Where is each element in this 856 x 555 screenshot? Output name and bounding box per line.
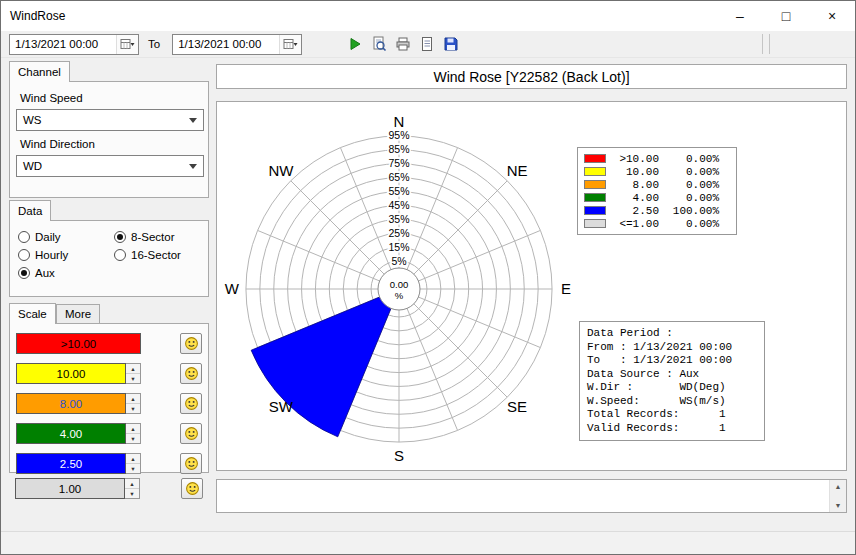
date-from-dropdown-button[interactable] <box>116 35 138 54</box>
wind-speed-select[interactable]: WS <box>16 109 204 131</box>
color-picker-button[interactable] <box>180 453 202 474</box>
scale-value-input[interactable]: 2.50 <box>16 453 126 474</box>
legend-swatch <box>584 206 606 215</box>
data-summary-line: To : 1/13/2021 00:00 <box>587 354 757 368</box>
tab-channel[interactable]: Channel <box>9 61 70 82</box>
scale-value-input[interactable]: 10.00 <box>16 363 126 384</box>
scale-value-input[interactable]: >10.00 <box>16 333 141 354</box>
spinner-up-icon[interactable]: ▲ <box>126 394 140 404</box>
wind-direction-selected-value: WD <box>23 160 42 172</box>
toolbar-separator <box>762 34 763 54</box>
save-button[interactable] <box>440 33 462 55</box>
svg-text:%: % <box>395 290 404 301</box>
data-panel: Daily Hourly Aux 8-Sector 16-Sector <box>9 220 209 297</box>
tab-data[interactable]: Data <box>9 200 51 221</box>
radio-icon <box>18 249 30 261</box>
spinner-down-icon[interactable]: ▼ <box>125 489 139 498</box>
maximize-icon: □ <box>782 8 790 24</box>
smiley-icon <box>184 366 199 381</box>
svg-text:5%: 5% <box>391 255 406 267</box>
date-to-picker[interactable]: 1/13/2021 00:00 <box>172 34 302 55</box>
spinner-down-icon[interactable]: ▼ <box>126 434 140 443</box>
legend-percent: 0.00% <box>659 153 719 165</box>
date-to-dropdown-button[interactable] <box>279 35 301 54</box>
legend-item: 2.50 100.00% <box>584 204 730 217</box>
print-button[interactable] <box>392 33 414 55</box>
scale-value-input[interactable]: 8.00 <box>16 393 126 414</box>
spinner-up-icon[interactable]: ▲ <box>125 479 139 489</box>
close-button[interactable]: × <box>809 1 855 31</box>
radio-16-sector[interactable]: 16-Sector <box>114 248 181 262</box>
chevron-down-icon <box>189 164 197 169</box>
smiley-icon <box>184 336 199 351</box>
spinner-up-icon[interactable]: ▲ <box>126 454 140 464</box>
run-button[interactable] <box>344 33 366 55</box>
chart-legend: >10.00 0.00% 10.00 0.00% 8.00 0.00% 4.00… <box>577 147 737 235</box>
close-icon: × <box>828 8 836 24</box>
radio-icon <box>18 231 30 243</box>
data-summary-line: Total Records: 1 <box>587 408 757 422</box>
scale-row: 8.00 ▲▼ <box>16 393 202 414</box>
wind-speed-selected-value: WS <box>23 114 42 126</box>
legend-swatch <box>584 193 606 202</box>
legend-percent: 0.00% <box>659 192 719 204</box>
scale-spinner[interactable]: ▲▼ <box>126 423 141 444</box>
radio-icon <box>114 249 126 261</box>
maximize-button[interactable]: □ <box>763 1 809 31</box>
wind-direction-select[interactable]: WD <box>16 155 204 177</box>
legend-label: 2.50 <box>609 205 659 217</box>
tab-more[interactable]: More <box>56 304 100 324</box>
scale-row: 2.50 ▲▼ <box>16 453 202 474</box>
minimize-button[interactable]: – <box>717 1 763 31</box>
radio-8-sector[interactable]: 8-Sector <box>114 230 174 244</box>
scale-spinner[interactable]: ▲▼ <box>126 453 141 474</box>
color-picker-button[interactable] <box>181 478 203 499</box>
color-picker-button[interactable] <box>180 363 202 384</box>
svg-text:SW: SW <box>269 398 294 415</box>
date-to-value[interactable]: 1/13/2021 00:00 <box>173 35 279 54</box>
scale-row: >10.00 <box>16 333 202 354</box>
spinner-down-icon[interactable]: ▼ <box>126 374 140 383</box>
radio-aux[interactable]: Aux <box>18 266 55 280</box>
data-summary-line: Data Source : Aux <box>587 368 757 382</box>
legend-item: >10.00 0.00% <box>584 152 730 165</box>
scale-spinner[interactable]: ▲▼ <box>126 363 141 384</box>
color-picker-button[interactable] <box>180 333 202 354</box>
report-button[interactable] <box>416 33 438 55</box>
scale-row: 4.00 ▲▼ <box>16 423 202 444</box>
color-picker-button[interactable] <box>180 423 202 444</box>
svg-text:15%: 15% <box>388 241 409 253</box>
chart-area: 5%15%25%35%45%55%65%75%85%95%NNEESESSWWN… <box>216 101 847 471</box>
scrollbar[interactable]: ▲ ▼ <box>829 480 846 512</box>
print-preview-button[interactable] <box>368 33 390 55</box>
tab-scale[interactable]: Scale <box>9 303 56 324</box>
radio-icon <box>18 267 30 279</box>
data-summary-line: W.Speed: WS(m/s) <box>587 395 757 409</box>
toolbar-separator <box>769 34 770 54</box>
scroll-up-icon[interactable]: ▲ <box>835 480 842 493</box>
spinner-down-icon[interactable]: ▼ <box>126 404 140 413</box>
spinner-up-icon[interactable]: ▲ <box>126 364 140 374</box>
spinner-up-icon[interactable]: ▲ <box>126 424 140 434</box>
scale-value-input[interactable]: 1.00 <box>15 478 125 499</box>
radio-label: Daily <box>35 231 61 243</box>
radio-hourly[interactable]: Hourly <box>18 248 68 262</box>
spinner-down-icon[interactable]: ▼ <box>126 464 140 473</box>
radio-daily[interactable]: Daily <box>18 230 61 244</box>
smiley-icon <box>184 396 199 411</box>
date-from-value[interactable]: 1/13/2021 00:00 <box>10 35 116 54</box>
svg-text:NW: NW <box>268 162 294 179</box>
color-picker-button[interactable] <box>180 393 202 414</box>
scale-spinner[interactable]: ▲▼ <box>126 393 141 414</box>
radio-label: Aux <box>35 267 55 279</box>
date-from-picker[interactable]: 1/13/2021 00:00 <box>9 34 139 55</box>
scale-row: 1.00 ▲▼ <box>15 478 203 499</box>
legend-label: <=1.00 <box>609 218 659 230</box>
data-summary-line: Data Period : <box>587 327 757 341</box>
svg-text:75%: 75% <box>388 157 409 169</box>
svg-text:N: N <box>394 113 405 130</box>
comment-box[interactable]: ▲ ▼ <box>216 479 847 513</box>
scroll-down-icon[interactable]: ▼ <box>835 499 842 512</box>
scale-spinner[interactable]: ▲▼ <box>125 478 140 499</box>
scale-value-input[interactable]: 4.00 <box>16 423 126 444</box>
